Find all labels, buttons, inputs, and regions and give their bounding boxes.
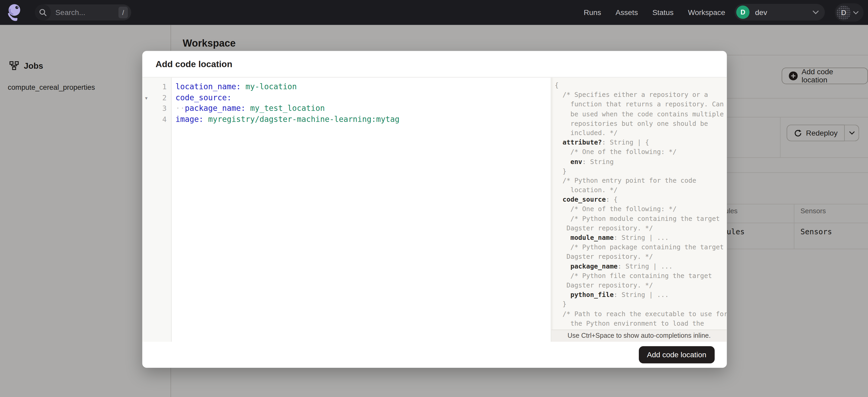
schema-hint-panel: { /* Specifies either a repository or a …	[551, 78, 727, 342]
schema-line: location. */	[555, 186, 727, 195]
app-root: Search... / RunsAssetsStatusWorkspace D …	[0, 0, 868, 397]
nav-link-runs[interactable]: Runs	[584, 8, 601, 17]
dagster-logo-icon[interactable]	[5, 2, 26, 22]
schema-line: Dagster repository. */	[555, 252, 727, 262]
editor-line[interactable]: ··package_name: my_test_location	[176, 103, 551, 114]
editor-line[interactable]: code_source:	[176, 92, 551, 103]
schema-line: /* Python package containing the target	[555, 243, 727, 252]
schema-line: /* Python module containing the target	[555, 214, 727, 223]
schema-line: }	[555, 300, 727, 309]
nav-links: RunsAssetsStatusWorkspace	[584, 0, 725, 25]
add-code-location-dialog: Add code location 12▾34 location_name: m…	[142, 51, 727, 368]
dialog-header: Add code location	[142, 51, 727, 78]
user-menu[interactable]: D	[835, 3, 864, 22]
schema-line: /* Path to reach the executable to use f…	[555, 309, 727, 319]
nav-link-workspace[interactable]: Workspace	[688, 8, 725, 17]
deployment-name: dev	[755, 8, 813, 17]
fold-caret-icon[interactable]: ▾	[145, 95, 148, 100]
line-number: 4	[162, 114, 166, 125]
schema-line: repositories but only one should be	[555, 119, 727, 128]
schema-line: python_file: String | ...	[555, 291, 727, 300]
schema-line: function that returns a repository. Can	[555, 100, 727, 110]
search-placeholder: Search...	[55, 8, 118, 17]
submit-add-code-location-button[interactable]: Add code location	[639, 346, 715, 363]
search-shortcut-key: /	[118, 7, 128, 18]
editor-line[interactable]: location_name: my-location	[176, 81, 551, 92]
editor-gutter: 12▾34	[142, 78, 172, 342]
schema-line: /* Python file containing the target	[555, 271, 727, 281]
yaml-editor[interactable]: location_name: my-locationcode_source:··…	[172, 78, 551, 342]
autocomplete-hint: Use Ctrl+Space to show auto-completions …	[552, 330, 727, 342]
search-icon	[35, 4, 51, 21]
line-number: 1	[162, 81, 166, 92]
schema-line: Dagster repository. */	[555, 224, 727, 233]
schema-line: {	[555, 81, 727, 90]
schema-line: env: String	[555, 157, 727, 166]
schema-line: included. */	[555, 128, 727, 138]
schema-line: /* One of the following: */	[555, 147, 727, 157]
schema-lines: { /* Specifies either a repository or a …	[555, 81, 727, 328]
dialog-body: 12▾34 location_name: my-locationcode_sou…	[142, 78, 727, 342]
nav-link-status[interactable]: Status	[652, 8, 674, 17]
search-input[interactable]: Search... /	[35, 4, 131, 21]
deployment-avatar: D	[736, 5, 749, 19]
schema-line: /* One of the following: */	[555, 205, 727, 214]
schema-line: Dagster repository. */	[555, 281, 727, 291]
schema-line: the Python environment to load the	[555, 319, 727, 328]
schema-line: /* Python entry point for the code	[555, 176, 727, 186]
dialog-title: Add code location	[155, 59, 232, 69]
schema-line: }	[555, 166, 727, 176]
line-number: 2	[162, 92, 166, 103]
chevron-down-icon	[853, 11, 859, 14]
dialog-footer: Add code location	[142, 342, 727, 368]
user-avatar: D	[836, 5, 851, 20]
schema-line: /* Specifies either a repository or a	[555, 90, 727, 100]
schema-line: attribute?: String | {	[555, 138, 727, 147]
schema-line: module_name: String | ...	[555, 233, 727, 243]
deployment-switcher[interactable]: D dev	[735, 4, 825, 21]
schema-line: code_source: {	[555, 195, 727, 205]
chevron-down-icon	[813, 10, 819, 14]
schema-line: package_name: String | ...	[555, 262, 727, 271]
line-number: 3	[162, 103, 166, 114]
editor-line[interactable]: image: myregistry/dagster-machine-learni…	[176, 114, 551, 125]
nav-link-assets[interactable]: Assets	[615, 8, 638, 17]
schema-line: be used when the code contains multiple	[555, 110, 727, 119]
top-navbar: Search... / RunsAssetsStatusWorkspace D …	[0, 0, 868, 25]
